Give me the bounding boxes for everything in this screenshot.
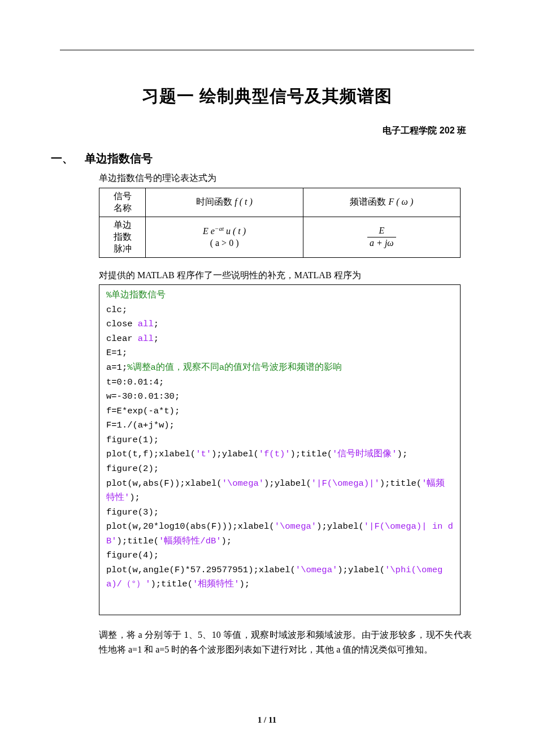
fraction: E a + jω xyxy=(367,225,396,249)
expression-table: 信号 名称 时间函数 f ( t ) 频谱函数 F ( ω ) 单边 指数 脉冲… xyxy=(99,188,461,258)
table-cell-timefn: E e−at u ( t ) ( a > 0 ) xyxy=(146,217,303,257)
code-line: E=1; xyxy=(106,346,453,361)
th-line1: 信号 xyxy=(105,191,140,202)
th-line2: 名称 xyxy=(105,202,140,214)
code-line: t=0:0.01:4; xyxy=(106,375,453,390)
table-header-time: 时间函数 f ( t ) xyxy=(146,188,303,217)
code-line: figure(1); xyxy=(106,433,453,448)
code-line: figure(3); xyxy=(106,506,453,520)
code-line: plot(w,20*log10(abs(F)));xlabel('\omega'… xyxy=(106,520,453,548)
code-line: figure(2); xyxy=(106,462,453,477)
code-line: close all; xyxy=(106,317,453,332)
table-header-name: 信号 名称 xyxy=(99,188,146,217)
section-heading: 一、单边指数信号 xyxy=(51,151,472,166)
fraction-den: a + jω xyxy=(367,237,396,249)
code-line: F=1./(a+j*w); xyxy=(106,418,453,433)
code-line: w=-30:0.01:30; xyxy=(106,390,453,404)
page-number: 1 / 11 xyxy=(0,715,534,725)
body: 单边指数信号的理论表达式为 信号 名称 时间函数 f ( t ) 频谱函数 F … xyxy=(99,171,472,656)
code-line: plot(t,f);xlabel('t');ylabel('f(t)');tit… xyxy=(106,447,453,462)
code-line: %单边指数信号 xyxy=(106,288,453,303)
paragraph-conclusion: 调整，将 a 分别等于 1、5、10 等值，观察时域波形和频域波形。由于波形较多… xyxy=(99,628,472,656)
code-line: plot(w,abs(F));xlabel('\omega');ylabel('… xyxy=(106,477,453,506)
code-line: plot(w,angle(F)*57.29577951);xlabel('\om… xyxy=(106,563,453,592)
fraction-num: E xyxy=(367,225,396,237)
code-line: clc; xyxy=(106,303,453,318)
code-line: figure(4); xyxy=(106,548,453,563)
table-row: 单边 指数 脉冲 E e−at u ( t ) ( a > 0 ) E a + … xyxy=(99,217,461,257)
time-fn-cond: ( a > 0 ) xyxy=(210,238,239,248)
paragraph-code-intro: 对提供的 MATLAB 程序作了一些说明性的补充，MATLAB 程序为 xyxy=(99,268,472,283)
table-row: 信号 名称 时间函数 f ( t ) 频谱函数 F ( ω ) xyxy=(99,188,461,217)
paragraph-intro: 单边指数信号的理论表达式为 xyxy=(99,171,472,185)
code-block: %单边指数信号 clc; close all; clear all; E=1; … xyxy=(99,284,461,615)
code-line: a=1;%调整a的值，观察不同a的值对信号波形和频谱的影响 xyxy=(106,361,453,375)
time-fn: E e−at u ( t ) xyxy=(203,226,246,236)
section-title: 单边指数信号 xyxy=(85,152,153,165)
code-line: f=E*exp(-a*t); xyxy=(106,404,453,419)
table-cell-freqfn: E a + jω xyxy=(303,217,460,257)
page-title: 习题一 绘制典型信号及其频谱图 xyxy=(62,85,472,108)
section-number: 一、 xyxy=(51,151,85,166)
page-subtitle: 电子工程学院 202 班 xyxy=(62,125,466,137)
top-rule xyxy=(60,50,474,50)
table-cell-name: 单边 指数 脉冲 xyxy=(99,217,146,257)
table-header-freq: 频谱函数 F ( ω ) xyxy=(303,188,460,217)
code-line: clear all; xyxy=(106,332,453,347)
